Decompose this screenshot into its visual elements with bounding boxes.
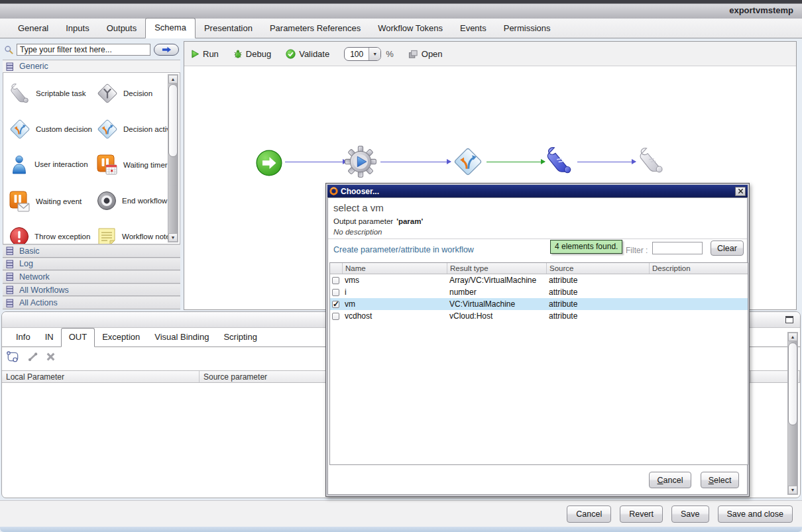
workflow-node-start[interactable] [255,149,283,177]
tab-workflow-tokens[interactable]: Workflow Tokens [369,19,451,38]
dialog-filter-input[interactable] [652,242,703,254]
scroll-up-icon[interactable] [168,75,178,83]
palette-item-decision-activity[interactable]: Decision activity [96,118,178,140]
tab-presentation[interactable]: Presentation [196,19,261,38]
validate-button[interactable]: Validate [286,49,329,59]
tab-inputs[interactable]: Inputs [57,19,97,38]
scroll-down-icon[interactable] [168,233,178,242]
palette-item-waiting-timer[interactable]: Waiting timer [96,154,168,176]
palette-item-throw-exception[interactable]: Throw exception [9,226,90,244]
panel-scrollbar[interactable] [787,332,798,495]
create-parameter-link[interactable]: Create parameter/attribute in workflow [333,245,474,254]
column-source[interactable]: Source [546,263,649,274]
palette-item-label: User interaction [34,160,88,168]
row-checkbox[interactable] [332,313,339,320]
palette-section-all-actions[interactable]: All Actions [3,296,180,309]
palette-section-log[interactable]: Log [3,258,180,271]
tab-exception[interactable]: Exception [95,329,147,346]
palette-item-workflow-note[interactable]: Workflow note [96,226,170,244]
tab-scripting[interactable]: Scripting [216,329,264,346]
palette-item-decision[interactable]: Decision [96,82,152,105]
zoom-dropdown[interactable]: 100 [344,47,381,61]
workflow-node-decision[interactable] [452,146,484,178]
tab-in[interactable]: IN [38,329,61,346]
close-button[interactable] [735,187,746,196]
clear-label: Clear [717,244,737,253]
zoom-value: 100 [345,48,369,60]
run-button[interactable]: Run [191,49,219,59]
scroll-down-icon[interactable] [788,486,797,494]
cell-source: attribute [546,288,649,297]
tab-outputs[interactable]: Outputs [98,19,146,38]
table-row[interactable]: vcdhost vCloud:Host attribute [330,310,748,322]
palette-item-end-workflow[interactable]: End workflow [96,190,167,211]
dialog-titlebar[interactable]: Chooser... [327,185,748,197]
tab-permissions[interactable]: Permissions [495,19,559,38]
tab-out[interactable]: OUT [61,328,95,347]
flow-arrow [380,162,451,162]
scrollbar-track[interactable] [788,341,797,486]
bind-parameter-icon[interactable] [6,350,20,363]
chevron-down-icon[interactable] [369,48,380,60]
open-button[interactable]: Open [408,49,443,59]
save-button[interactable]: Save [671,505,709,523]
palette-section-basic[interactable]: Basic [3,244,180,258]
dialog-cancel-button[interactable]: Cancel [649,472,691,488]
palette-item-custom-decision[interactable]: Custom decision [9,118,92,140]
palette-section-all-workflows[interactable]: All Workflows [3,284,180,297]
filter-go-button[interactable] [154,44,179,56]
cancel-button[interactable]: Cancel [567,505,611,523]
maximize-icon[interactable] [785,316,793,323]
table-row[interactable]: vm VC:VirtualMachine attribute [330,298,748,310]
tab-visual-binding[interactable]: Visual Binding [147,329,216,346]
palette-section-generic[interactable]: Generic [3,60,180,73]
scrollbar-track[interactable] [168,83,178,233]
run-icon [191,50,200,58]
clear-button[interactable]: Clear [711,240,744,256]
tab-info[interactable]: Info [9,329,38,346]
waiting-timer-icon [96,154,119,176]
palette-item-user-interaction[interactable]: User interaction [9,154,88,175]
section-label: All Workflows [19,286,69,295]
table-row[interactable]: i number attribute [330,286,748,298]
row-checkbox[interactable] [332,277,339,284]
output-parameter-value: 'param' [396,217,423,225]
scroll-up-icon[interactable] [788,333,797,341]
row-checkbox[interactable] [332,289,339,296]
palette-section-network[interactable]: Network [3,270,180,284]
workflow-node-scriptable-task[interactable] [544,145,575,176]
palette-filter-input[interactable] [17,44,150,56]
section-label: All Actions [19,298,58,307]
column-description[interactable]: Description [649,263,748,274]
table-row[interactable]: vms Array/VC:VirtualMachine attribute [330,274,748,286]
parameter-list: Name Result type Source Description vms … [329,262,748,465]
column-name[interactable]: Name [342,263,447,274]
canvas-toolbar: Run Debug Validate 100 % [184,42,796,66]
palette-scrollbar[interactable] [168,74,178,242]
scrollbar-thumb[interactable] [788,343,797,425]
search-icon [4,45,14,55]
tab-schema[interactable]: Schema [145,18,196,38]
palette-item-waiting-event[interactable]: Waiting event [9,190,82,213]
debug-button[interactable]: Debug [233,49,271,59]
tab-parameters-references[interactable]: Parameters References [261,19,369,38]
column-result-type[interactable]: Result type [447,263,546,274]
dialog-description: No description [333,228,382,236]
revert-button[interactable]: Revert [620,505,663,523]
output-parameter-label: Output parameter [333,217,393,225]
workflow-note-icon [96,226,117,244]
waiting-event-icon [9,190,31,213]
link-parameter-icon[interactable] [27,351,38,362]
row-checkbox[interactable] [332,301,339,308]
palette-item-scriptable-task[interactable]: Scriptable task [9,82,86,105]
scrollbar-thumb[interactable] [168,84,178,157]
save-and-close-button[interactable]: Save and close [718,505,793,523]
workflow-node-scriptable-task-2[interactable] [637,146,666,175]
tab-general[interactable]: General [9,19,57,38]
workflow-node-element[interactable] [344,145,377,178]
tab-events[interactable]: Events [451,19,495,38]
save-label: Save [681,509,700,519]
dialog-select-button[interactable]: Select [701,472,739,488]
delete-icon[interactable] [46,352,56,362]
column-local-parameter[interactable]: Local Parameter [2,371,200,382]
